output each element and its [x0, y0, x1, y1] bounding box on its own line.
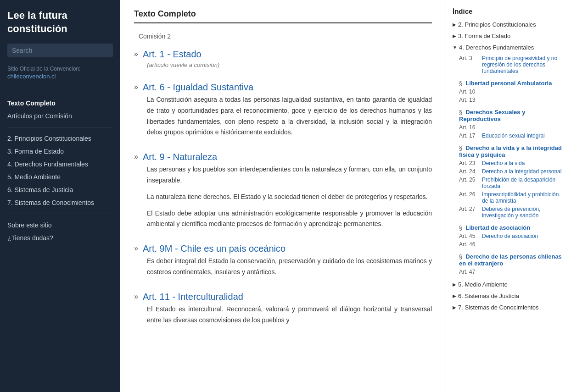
art6-title[interactable]: Art. 6 - Igualdad Sustantiva	[143, 82, 253, 93]
index-section-link-vida[interactable]: Derecho a la vida y a la integridad físi…	[459, 144, 562, 158]
index-art17-link[interactable]: Educación sexual integral	[482, 133, 545, 139]
index-art45-num: Art. 45	[459, 233, 479, 239]
index-art47-num: Art. 47	[459, 269, 479, 275]
art6-body: La Constitución asegura a todas las pers…	[134, 94, 432, 138]
index-section-principios: ▶ 2. Principios Constitucionales	[453, 20, 565, 29]
section-mark-sexuales: §	[459, 109, 462, 116]
index-section-link-sexuales[interactable]: Derechos Sexuales y Reproductivos	[459, 109, 525, 122]
sidebar-divider-1	[7, 92, 113, 92]
nav-item-derechos[interactable]: 4. Derechos Fundamentales	[7, 158, 113, 171]
index-sub-chilenas-extranjero: § Derecho de las personas chilenas en el…	[459, 252, 565, 276]
index-art46-num: Art. 46	[459, 241, 479, 248]
index-art46-row: Art. 46	[459, 240, 565, 248]
index-art27-link[interactable]: Deberes de prevención, investigación y s…	[482, 206, 565, 219]
index-label-conocimientos: 7. Sistemas de Conocimientos	[458, 304, 539, 311]
nav-item-principios[interactable]: 2. Principios Constitucionales	[7, 132, 113, 145]
index-section-link-libertad[interactable]: Libertad personal Ambulatoria	[465, 80, 552, 87]
sidebar-divider-2	[7, 127, 113, 127]
nav-item-forma-estado[interactable]: 3. Forma de Estado	[7, 145, 113, 158]
index-art24-link[interactable]: Derecho a la integridad personal	[482, 168, 561, 175]
art9-body: Las personas y los pueblos son interdepe…	[134, 164, 432, 230]
index-art25-link[interactable]: Prohibición de la desaparición forzada	[482, 177, 565, 189]
article-art9m-header: » Art. 9M - Chile es un país oceánico	[134, 243, 432, 254]
index-section-medio-ambiente: ▶ 5. Medio Ambiente	[453, 280, 565, 289]
nav-item-conocimientos[interactable]: 7. Sistemas de Conocimientos	[7, 196, 113, 209]
index-art17-row: Art. 17 Educación sexual integral	[459, 132, 565, 140]
official-label: Sitio Oficial de la Convencion:	[7, 66, 113, 72]
nav-item-articulos-comision[interactable]: Artículos por Comisión	[7, 110, 113, 122]
index-art26-link[interactable]: Imprescriptibilidad y prohibición de la …	[482, 191, 565, 204]
index-art3-num: Art. 3	[459, 55, 479, 61]
comision-label: Comisión 2	[134, 33, 432, 40]
index-section-derechos-toggle[interactable]: ▼ 4. Derechos Fundamentales	[453, 43, 565, 52]
index-art25-num: Art. 25	[459, 177, 479, 183]
index-label-medio-ambiente: 5. Medio Ambiente	[458, 281, 508, 288]
art9m-title[interactable]: Art. 9M - Chile es un país oceánico	[143, 243, 286, 254]
index-art13-num: Art. 13	[459, 97, 479, 103]
official-link[interactable]: chileconvencion.cl	[7, 73, 113, 80]
article-art11: » Art. 11 - Interculturalidad El Estado …	[134, 292, 432, 326]
article-art6: » Art. 6 - Igualdad Sustantiva La Consti…	[134, 82, 432, 138]
section-mark-libertad: §	[459, 80, 462, 87]
sidebar: Lee la futura constitución Sitio Oficial…	[0, 0, 120, 392]
tri-conocimientos: ▶	[453, 305, 456, 310]
art11-para-1: El Estado es intercultural. Reconocerá, …	[147, 304, 432, 326]
site-title: Lee la futura constitución	[7, 9, 113, 35]
index-section-link-chilenas[interactable]: Derecho de las personas chilenas en el e…	[459, 253, 562, 267]
index-panel: Índice ▶ 2. Principios Constitucionales …	[446, 0, 571, 392]
tri-forma-estado: ▶	[453, 33, 456, 39]
index-art27-row: Art. 27 Deberes de prevención, investiga…	[459, 205, 565, 220]
index-art16-num: Art. 16	[459, 124, 479, 131]
index-art45-row: Art. 45 Derecho de asociación	[459, 232, 565, 240]
main-area: Texto Completo Comisión 2 » Art. 1 - Est…	[120, 0, 571, 392]
art11-arrow: »	[134, 293, 138, 301]
index-label-principios: 2. Principios Constitucionales	[458, 21, 536, 28]
nav-item-justicia[interactable]: 6. Sistemas de Justicia	[7, 183, 113, 196]
art11-title[interactable]: Art. 11 - Interculturalidad	[143, 292, 243, 302]
art9-title[interactable]: Art. 9 - Naturaleza	[143, 152, 217, 162]
index-art47-row: Art. 47	[459, 268, 565, 276]
art11-body: El Estado es intercultural. Reconocerá, …	[134, 304, 432, 326]
article-art9m: » Art. 9M - Chile es un país oceánico Es…	[134, 243, 432, 278]
index-section-principios-toggle[interactable]: ▶ 2. Principios Constitucionales	[453, 20, 565, 29]
index-label-justicia: 6. Sistemas de Justicia	[458, 293, 519, 299]
art1-title[interactable]: Art. 1 - Estado	[143, 49, 202, 60]
index-section-justicia-toggle[interactable]: ▶ 6. Sistemas de Justicia	[453, 291, 565, 301]
index-art3-row: Art. 3 Principio de progresividad y no r…	[459, 54, 565, 75]
article-art9-header: » Art. 9 - Naturaleza	[134, 152, 432, 162]
index-art16-row: Art. 16	[459, 123, 565, 132]
index-section-conocimientos-toggle[interactable]: ▶ 7. Sistemas de Conocimientos	[453, 303, 565, 312]
index-art3-link[interactable]: Principio de progresividad y no regresió…	[482, 55, 565, 74]
index-section-derechos: ▼ 4. Derechos Fundamentales Art. 3 Princ…	[453, 43, 565, 276]
article-art11-header: » Art. 11 - Interculturalidad	[134, 292, 432, 302]
section-mark-vida: §	[459, 145, 462, 151]
nav-item-texto-completo[interactable]: Texto Completo	[7, 97, 113, 110]
index-art23-row: Art. 23 Derecho a la vida	[459, 159, 565, 167]
article-art1: » Art. 1 - Estado (artículo vuevle a com…	[134, 49, 432, 68]
art1-arrow: »	[134, 50, 138, 58]
index-section-link-asociacion[interactable]: Libertad de asociación	[465, 224, 530, 231]
nav-item-dudas[interactable]: ¿Tienes dudas?	[7, 232, 113, 244]
nav-item-sobre-sitio[interactable]: Sobre este sitio	[7, 219, 113, 232]
section-mark-asociacion: §	[459, 225, 462, 231]
index-derechos-subsection: Art. 3 Principio de progresividad y no r…	[453, 54, 565, 276]
section-mark-chilenas: §	[459, 254, 462, 260]
index-art10-row: Art. 10	[459, 88, 565, 96]
index-sub-progresividad: Art. 3 Principio de progresividad y no r…	[459, 54, 565, 75]
index-art10-num: Art. 10	[459, 88, 479, 95]
index-art17-num: Art. 17	[459, 133, 479, 139]
index-section-justicia: ▶ 6. Sistemas de Justicia	[453, 291, 565, 301]
index-art45-link[interactable]: Derecho de asociación	[482, 233, 538, 239]
index-art26-row: Art. 26 Imprescriptibilidad y prohibició…	[459, 190, 565, 205]
page-title: Texto Completo	[134, 9, 432, 23]
index-art23-link[interactable]: Derecho a la vida	[482, 160, 525, 166]
index-section-forma-estado-toggle[interactable]: ▶ 3. Forma de Estado	[453, 31, 565, 41]
art9-para-1: Las personas y los pueblos son interdepe…	[147, 164, 432, 186]
art9m-para-1: Es deber integral del Estado la conserva…	[147, 256, 432, 278]
search-input[interactable]	[7, 44, 113, 57]
nav-item-medio-ambiente[interactable]: 5. Medio Ambiente	[7, 171, 113, 183]
tri-principios: ▶	[453, 22, 456, 27]
tri-derechos: ▼	[453, 45, 457, 50]
index-sub-libertad-ambulatoria: § Libertad personal Ambulatoria Art. 10 …	[459, 79, 565, 104]
index-section-medio-ambiente-toggle[interactable]: ▶ 5. Medio Ambiente	[453, 280, 565, 289]
